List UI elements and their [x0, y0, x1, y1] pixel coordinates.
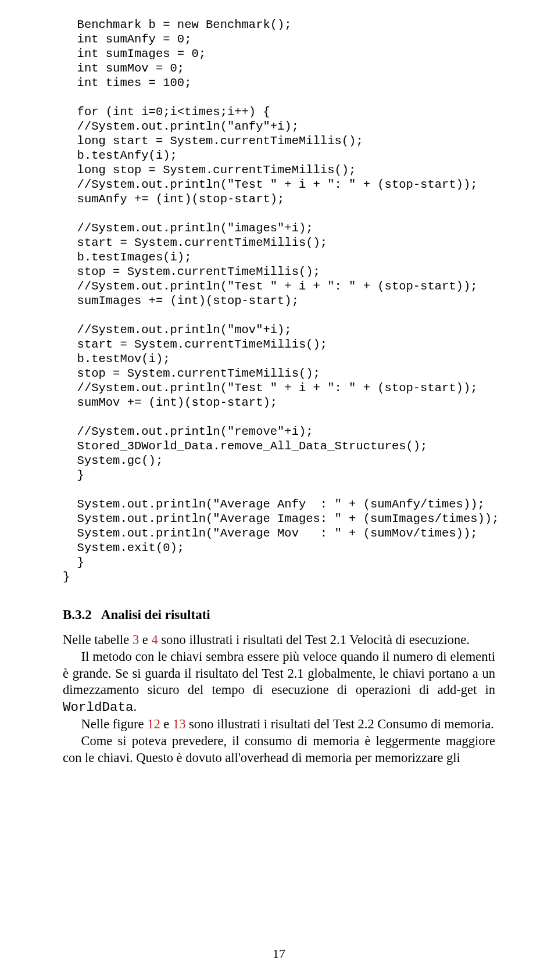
text-fragment: sono illustrati i risultati del Test 2.2…	[185, 717, 493, 731]
text-fragment: Nelle figure	[81, 717, 148, 731]
code-line: b.testAnfy(i);	[63, 149, 177, 162]
code-line: b.testMov(i);	[63, 352, 170, 366]
code-line: Stored_3DWorld_Data.remove_All_Data_Stru…	[63, 439, 427, 453]
code-line: System.gc();	[63, 454, 163, 467]
code-line: int sumMov = 0;	[63, 62, 184, 75]
text-fragment: e	[139, 632, 151, 647]
code-line: }	[63, 556, 84, 569]
page-number: 17	[0, 946, 558, 961]
text-fragment: Nelle tabelle	[63, 632, 133, 647]
text-fragment: Il metodo con le chiavi sembra essere pi…	[63, 649, 495, 698]
code-line: stop = System.currentTimeMillis();	[63, 367, 320, 380]
code-line: sumMov += (int)(stop-start);	[63, 396, 277, 409]
code-line: Benchmark b = new Benchmark();	[63, 18, 292, 31]
code-line: }	[63, 570, 70, 584]
body-text: Nelle tabelle 3 e 4 sono illustrati i ri…	[63, 632, 495, 766]
figure-ref-13[interactable]: 13	[173, 717, 186, 731]
code-line: for (int i=0;i<times;i++) {	[63, 105, 270, 119]
code-line: int sumImages = 0;	[63, 47, 206, 60]
code-line: System.out.println("Average Anfy : " + (…	[63, 498, 485, 511]
code-line: System.out.println("Average Mov : " + (s…	[63, 527, 478, 540]
code-line: //System.out.println("anfy"+i);	[63, 120, 299, 133]
code-line: int sumAnfy = 0;	[63, 33, 191, 46]
text-fragment: e	[160, 717, 173, 731]
code-line: sumAnfy += (int)(stop-start);	[63, 192, 284, 206]
section-title: Analisi dei risultati	[101, 607, 210, 622]
figure-ref-12[interactable]: 12	[147, 717, 160, 731]
section-number: B.3.2	[63, 607, 92, 622]
code-line: System.out.println("Average Images: " + …	[63, 512, 499, 525]
code-line: b.testImages(i);	[63, 251, 191, 264]
text-fragment: .	[134, 699, 137, 714]
code-line: }	[63, 468, 84, 482]
code-line: //System.out.println("images"+i);	[63, 221, 313, 235]
code-line: sumImages += (int)(stop-start);	[63, 294, 299, 307]
code-line: //System.out.println("remove"+i);	[63, 425, 313, 438]
code-line: //System.out.println("Test " + i + ": " …	[63, 178, 478, 191]
inline-code: WorldData	[63, 700, 134, 715]
section-heading: B.3.2 Analisi dei risultati	[63, 607, 495, 623]
code-line: int times = 100;	[63, 76, 191, 90]
code-block: Benchmark b = new Benchmark(); int sumAn…	[63, 17, 495, 584]
code-line: long start = System.currentTimeMillis();	[63, 134, 363, 148]
code-line: start = System.currentTimeMillis();	[63, 236, 327, 249]
table-ref-3[interactable]: 3	[133, 632, 139, 647]
code-line: System.exit(0);	[63, 541, 184, 555]
code-line: stop = System.currentTimeMillis();	[63, 265, 320, 278]
text-fragment: sono illustrati i risultati del Test 2.1…	[158, 632, 470, 647]
text-fragment: Come si poteva prevedere, il consumo di …	[63, 734, 495, 765]
code-line: //System.out.println("Test " + i + ": " …	[63, 280, 478, 293]
table-ref-4[interactable]: 4	[151, 632, 158, 647]
code-line: start = System.currentTimeMillis();	[63, 338, 327, 351]
code-line: long stop = System.currentTimeMillis();	[63, 163, 356, 177]
code-line: //System.out.println("mov"+i);	[63, 323, 292, 337]
code-line: //System.out.println("Test " + i + ": " …	[63, 381, 478, 395]
